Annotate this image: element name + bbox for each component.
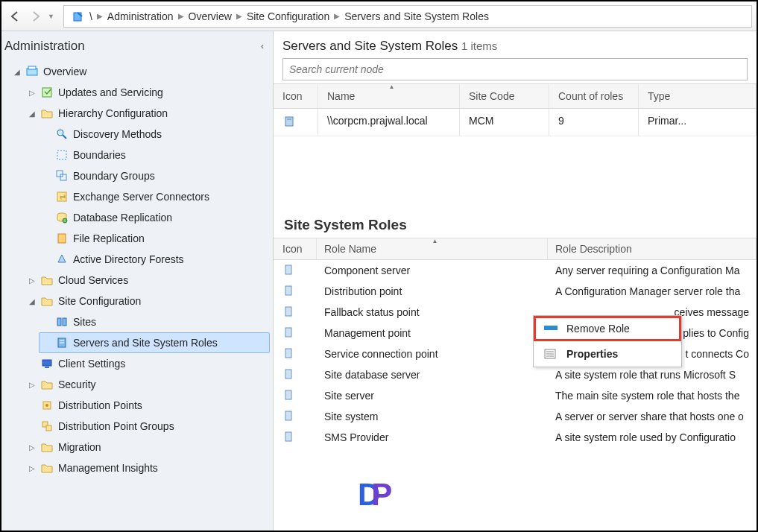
tree-updates[interactable]: ▷Updates and Servicing <box>24 82 270 103</box>
column-icon[interactable]: Icon <box>274 84 318 108</box>
client-icon <box>40 357 54 370</box>
folder-icon <box>40 440 54 454</box>
role-row[interactable]: Management pointplies to Config <box>274 323 757 343</box>
tree-servers-roles[interactable]: Servers and Site System Roles <box>39 332 270 353</box>
collapse-icon[interactable]: ◢ <box>13 68 21 76</box>
tree-label: File Replication <box>73 232 145 244</box>
expand-icon[interactable]: ▷ <box>28 381 36 389</box>
tree-sites[interactable]: Sites <box>39 311 270 332</box>
cell-sitecode: MCM <box>460 109 549 136</box>
tree-file-replication[interactable]: File Replication <box>39 228 270 249</box>
tree-cloud[interactable]: ▷Cloud Services <box>24 270 270 291</box>
tree-label: Overview <box>43 66 86 77</box>
svg-rect-32 <box>285 370 291 379</box>
role-desc: A Configuration Manager server role tha <box>548 281 757 302</box>
collapse-icon[interactable]: ◢ <box>28 110 36 118</box>
svg-rect-8 <box>60 174 66 180</box>
tree-management-insights[interactable]: ▷Management Insights <box>24 457 270 478</box>
tree-dp-groups[interactable]: Distribution Point Groups <box>24 416 270 437</box>
history-dropdown[interactable]: ▼ <box>48 13 54 20</box>
column-sitecode[interactable]: Site Code <box>460 84 549 108</box>
tree-security[interactable]: ▷Security <box>24 374 270 395</box>
tree-label: Sites <box>73 316 96 328</box>
home-icon[interactable] <box>72 10 85 23</box>
column-icon[interactable]: Icon <box>274 238 317 259</box>
tree-boundaries[interactable]: Boundaries <box>39 145 270 165</box>
tree-label: Distribution Point Groups <box>58 420 174 432</box>
role-row[interactable]: Site serverThe main site system role tha… <box>274 385 757 406</box>
svg-rect-19 <box>42 360 51 366</box>
roles-grid: Component serverAny server requiring a C… <box>274 260 757 448</box>
svg-rect-36 <box>544 326 558 330</box>
expand-icon[interactable]: ▷ <box>28 464 36 472</box>
chevron-right-icon: ▶ <box>97 12 103 20</box>
menu-label: Properties <box>566 348 618 360</box>
svg-rect-33 <box>285 390 291 399</box>
menu-remove-role[interactable]: Remove Role <box>534 316 681 341</box>
svg-rect-20 <box>45 367 49 368</box>
folder-icon <box>40 461 54 475</box>
tree-ad-forests[interactable]: Active Directory Forests <box>39 249 270 270</box>
role-row[interactable]: Site systemA server or server share that… <box>274 406 757 427</box>
tree-exchange[interactable]: ⇄Exchange Server Connectors <box>39 186 270 207</box>
role-row[interactable]: Service connection pointt connects Co <box>274 343 757 364</box>
menu-properties[interactable]: Properties <box>534 341 681 367</box>
tree-label: Servers and Site System Roles <box>73 337 218 349</box>
server-row[interactable]: \\corpcm.prajwal.local MCM 9 Primar... <box>274 109 757 136</box>
overview-icon <box>25 65 39 78</box>
tree-label: Migration <box>58 441 101 453</box>
svg-text:⇄: ⇄ <box>60 193 66 201</box>
column-rolename[interactable]: Role Name▲ <box>317 238 548 259</box>
tree-overview[interactable]: ◢ Overview <box>9 61 270 82</box>
cell-type: Primar... <box>639 109 757 136</box>
role-row[interactable]: SMS ProviderA site system role used by C… <box>274 427 757 448</box>
page-title: Servers and Site System Roles <box>282 39 458 53</box>
tree-hierarchy[interactable]: ◢Hierarchy Configuration <box>24 103 270 124</box>
tree-client-settings[interactable]: Client Settings <box>24 353 270 374</box>
tree-distribution-points[interactable]: Distribution Points <box>24 395 270 416</box>
tree-label: Client Settings <box>58 358 125 370</box>
role-row[interactable]: Distribution pointA Configuration Manage… <box>274 281 757 302</box>
tree-migration[interactable]: ▷Migration <box>24 437 270 457</box>
role-desc: A site system role that runs Microsoft S <box>548 364 757 385</box>
boundary-groups-icon <box>55 169 69 183</box>
svg-rect-24 <box>46 425 51 431</box>
tree-boundary-groups[interactable]: Boundary Groups <box>39 165 270 186</box>
column-label: Name <box>327 90 355 102</box>
role-row[interactable]: Component serverAny server requiring a C… <box>274 260 757 281</box>
breadcrumb-servers[interactable]: Servers and Site System Roles <box>344 10 489 22</box>
role-row[interactable]: Fallback status pointceives message <box>274 302 757 323</box>
svg-rect-30 <box>285 328 291 337</box>
tree-discovery[interactable]: Discovery Methods <box>39 124 270 145</box>
search-input[interactable] <box>282 58 748 80</box>
collapse-pane-button[interactable]: ‹ <box>261 41 264 51</box>
tree-site-configuration[interactable]: ◢Site Configuration <box>24 291 270 311</box>
svg-rect-7 <box>57 171 63 177</box>
back-button[interactable] <box>6 7 24 25</box>
role-desc: A server or server share that hosts one … <box>548 406 757 427</box>
breadcrumb-administration[interactable]: Administration <box>107 10 174 22</box>
role-row[interactable]: Site database serverA site system role t… <box>274 364 757 385</box>
expand-icon[interactable]: ▷ <box>28 89 36 97</box>
breadcrumb-root[interactable]: \ <box>89 10 92 22</box>
role-desc: Any server requiring a Configuration Ma <box>548 260 757 281</box>
column-type[interactable]: Type <box>639 84 757 108</box>
role-name: SMS Provider <box>317 427 548 448</box>
tree-label: Exchange Server Connectors <box>73 191 209 203</box>
cell-rolecount: 9 <box>549 109 639 136</box>
column-rolecount[interactable]: Count of roles <box>549 84 639 108</box>
tree-label: Boundary Groups <box>73 170 155 182</box>
svg-rect-2 <box>28 66 36 69</box>
column-name[interactable]: Name▲ <box>318 84 460 108</box>
expand-icon[interactable]: ▷ <box>28 443 36 452</box>
svg-rect-14 <box>57 318 61 326</box>
sort-asc-icon: ▲ <box>389 83 395 90</box>
collapse-icon[interactable]: ◢ <box>28 297 36 305</box>
updates-icon <box>40 86 54 99</box>
column-roledesc[interactable]: Role Description <box>548 238 757 259</box>
tree-db-replication[interactable]: Database Replication <box>39 207 270 228</box>
breadcrumb-siteconfig[interactable]: Site Configuration <box>247 10 329 22</box>
expand-icon[interactable]: ▷ <box>28 276 36 285</box>
breadcrumb-overview[interactable]: Overview <box>189 10 232 22</box>
role-icon <box>282 388 296 402</box>
